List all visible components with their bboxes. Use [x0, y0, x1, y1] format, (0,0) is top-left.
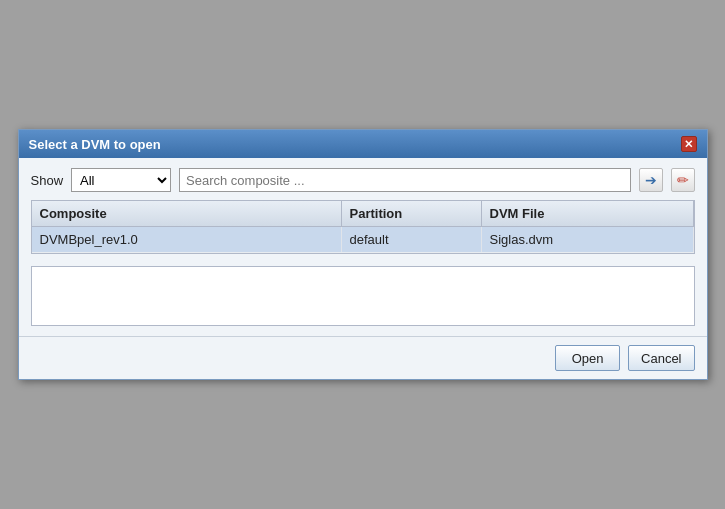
column-header-dvm-file: DVM File — [482, 201, 694, 226]
footer: Open Cancel — [19, 336, 707, 379]
dialog: Select a DVM to open ✕ Show All Active I… — [18, 129, 708, 380]
table-header: Composite Partition DVM File — [32, 201, 694, 227]
search-input[interactable] — [179, 168, 630, 192]
table-row[interactable]: DVMBpel_rev1.0 default Siglas.dvm — [32, 227, 694, 253]
cell-composite: DVMBpel_rev1.0 — [32, 227, 342, 252]
show-select[interactable]: All Active Inactive — [71, 168, 171, 192]
bottom-section — [31, 266, 695, 326]
dialog-title: Select a DVM to open — [29, 137, 161, 152]
main-table: Composite Partition DVM File DVMBpel_rev… — [31, 200, 695, 254]
table-body: DVMBpel_rev1.0 default Siglas.dvm — [32, 227, 694, 253]
column-header-partition: Partition — [342, 201, 482, 226]
close-button[interactable]: ✕ — [681, 136, 697, 152]
cell-dvm-file: Siglas.dvm — [482, 227, 694, 252]
dialog-titlebar: Select a DVM to open ✕ — [19, 130, 707, 158]
clear-button[interactable] — [671, 168, 695, 192]
dialog-body: Show All Active Inactive Composite Part — [19, 158, 707, 336]
arrow-icon — [645, 172, 657, 188]
show-label: Show — [31, 173, 64, 188]
cancel-button[interactable]: Cancel — [628, 345, 694, 371]
column-header-composite: Composite — [32, 201, 342, 226]
eraser-icon — [677, 172, 689, 188]
open-button[interactable]: Open — [555, 345, 620, 371]
navigate-button[interactable] — [639, 168, 663, 192]
toolbar: Show All Active Inactive — [31, 168, 695, 192]
cell-partition: default — [342, 227, 482, 252]
